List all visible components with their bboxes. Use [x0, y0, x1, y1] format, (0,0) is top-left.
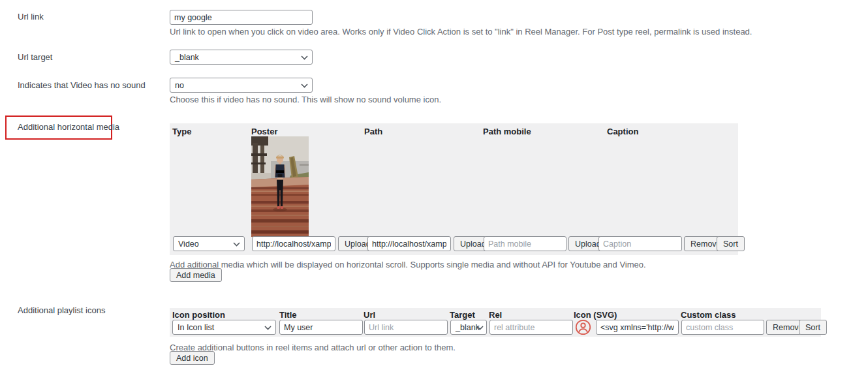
- icon-title-input[interactable]: [279, 320, 363, 335]
- path-input[interactable]: [367, 236, 451, 251]
- path-mobile-input[interactable]: [484, 236, 566, 251]
- settings-page: Url link Url link to open when you click…: [0, 0, 868, 385]
- column-header-path-mobile: Path mobile: [483, 127, 531, 136]
- icon-url-input[interactable]: [364, 320, 448, 335]
- chevron-down-icon: [301, 55, 308, 60]
- horizontal-media-table: Type Poster Path Path mobile Caption: [170, 123, 738, 255]
- media-type-selected-value: Video: [178, 239, 199, 249]
- add-icon-button[interactable]: Add icon: [170, 351, 215, 365]
- poster-path-input[interactable]: [252, 236, 335, 251]
- icon-rel-input[interactable]: [489, 320, 573, 335]
- no-sound-help: Choose this if video has no sound. This …: [170, 95, 441, 104]
- horizontal-media-label: Additional horizontal media: [18, 122, 119, 132]
- playlist-icons-label: Additional playlist icons: [18, 305, 105, 315]
- icon-position-select[interactable]: In Icon list: [172, 320, 276, 335]
- no-sound-label: Indicates that Video has no sound: [18, 80, 146, 90]
- user-icon: [575, 319, 591, 335]
- icon-svg-input[interactable]: [596, 320, 679, 335]
- column-header-path: Path: [364, 127, 382, 136]
- url-target-label: Url target: [18, 52, 52, 62]
- media-sort-button[interactable]: Sort: [717, 236, 745, 251]
- url-link-input[interactable]: [170, 10, 313, 25]
- chevron-down-icon: [301, 84, 308, 88]
- column-header-poster: Poster: [251, 127, 277, 136]
- icon-custom-class-input[interactable]: [681, 320, 764, 335]
- chevron-down-icon: [264, 326, 271, 330]
- horizontal-media-help: Add aditional media which will be displa…: [170, 260, 646, 270]
- icon-sort-button[interactable]: Sort: [799, 320, 827, 335]
- url-target-select[interactable]: _blank: [170, 50, 313, 65]
- column-header-rel: Rel: [489, 310, 502, 320]
- caption-input[interactable]: [598, 236, 682, 251]
- column-header-target: Target: [450, 310, 475, 320]
- url-target-selected-value: _blank: [175, 53, 199, 62]
- column-header-icon-svg: Icon (SVG): [574, 310, 617, 320]
- add-media-button[interactable]: Add media: [170, 268, 222, 282]
- column-header-custom-class: Custom class: [681, 310, 736, 320]
- url-link-help: Url link to open when you click on video…: [170, 27, 752, 37]
- column-header-caption: Caption: [607, 127, 638, 136]
- column-header-icon-position: Icon position: [172, 310, 225, 320]
- column-header-type: Type: [172, 127, 191, 136]
- playlist-icons-table: Icon position Title Url Target Rel Icon …: [170, 308, 821, 337]
- column-header-title: Title: [279, 310, 297, 320]
- chevron-down-icon: [476, 326, 484, 330]
- icon-target-select[interactable]: _blank: [450, 320, 487, 335]
- media-type-select[interactable]: Video: [173, 236, 245, 251]
- no-sound-selected-value: no: [175, 81, 184, 90]
- chevron-down-icon: [233, 242, 240, 247]
- icon-position-selected-value: In Icon list: [178, 323, 214, 332]
- column-header-url: Url: [364, 310, 375, 320]
- url-link-label: Url link: [18, 12, 44, 22]
- poster-thumbnail: [251, 136, 309, 237]
- no-sound-select[interactable]: no: [170, 78, 313, 93]
